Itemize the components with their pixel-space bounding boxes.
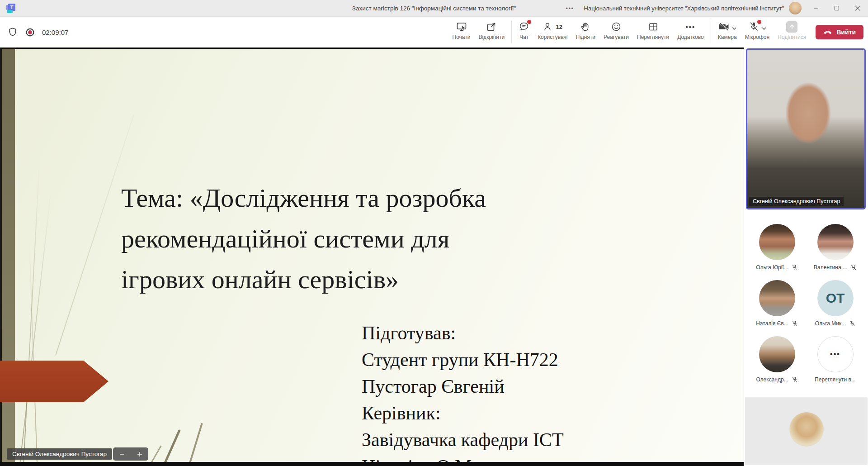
people-count: 12	[556, 24, 562, 30]
self-video-tile[interactable]	[745, 397, 868, 465]
mic-off-icon	[792, 264, 798, 271]
participants-grid: Ольга Юрії... Валентина ... Наталія Єв..…	[748, 224, 864, 383]
people-button[interactable]: 12 Користувачі	[533, 17, 571, 48]
wheat-decoration	[15, 190, 52, 466]
user-avatar[interactable]	[789, 2, 802, 14]
slide-title-line: Тема: «Дослідження та розробка	[121, 178, 486, 219]
slide-body-line: Завідувачка кафедри ІСТ	[362, 427, 564, 453]
slide-bottom-bar	[0, 462, 744, 466]
participant-tile[interactable]: Наталія Єв...	[748, 280, 806, 327]
wheat-decoration	[29, 242, 39, 466]
meeting-title: Захист магістрів 126 "Інформаційні систе…	[352, 5, 516, 12]
zoom-in-button[interactable]	[133, 448, 146, 460]
wheat-decoration	[142, 429, 181, 466]
share-content-label: Поділитися	[778, 34, 806, 40]
more-button[interactable]: ••• Додатково	[673, 17, 708, 48]
raise-hand-label: Підняти	[576, 34, 595, 40]
mic-alert-dot	[757, 20, 761, 24]
recording-indicator-icon	[25, 27, 35, 38]
share-arrow-icon	[786, 21, 797, 33]
slide-title-line: рекомендаційної системи для	[121, 219, 486, 259]
popout-icon	[486, 21, 497, 32]
participant-name: Наталія Єв...	[756, 320, 788, 327]
zoom-out-button[interactable]	[115, 448, 129, 460]
share-content-button[interactable]: Поділитися	[774, 17, 810, 48]
participant-avatar	[759, 224, 795, 260]
self-avatar	[789, 412, 824, 447]
share-screen-button[interactable]: Почати	[448, 17, 475, 48]
view-button[interactable]: Переглянути	[633, 17, 673, 48]
meeting-timer: 02:09:07	[42, 29, 68, 36]
mic-chevron-down-icon[interactable]	[762, 27, 766, 30]
toolbar-divider	[711, 21, 711, 43]
slide-red-arrow	[0, 361, 108, 402]
participant-tile[interactable]: Валентина ...	[806, 224, 864, 271]
screen-share-icon	[456, 21, 467, 32]
slide-top-bar	[0, 48, 744, 49]
participants-panel: Євгеній Олександрович Пустогар Ольга Юрі…	[744, 48, 868, 466]
mic-off-icon	[792, 320, 798, 327]
call-end-icon	[823, 28, 832, 37]
participant-tile[interactable]: Олександр...	[748, 336, 806, 383]
participant-avatar	[817, 224, 854, 260]
participant-name: Валентина ...	[814, 264, 847, 271]
chat-label: Чат	[519, 34, 528, 40]
active-speaker-name: Євгеній Олександрович Пустогар	[749, 197, 844, 206]
shared-slide-area: Тема: «Дослідження та розробка рекоменда…	[0, 48, 744, 466]
share-screen-label: Почати	[453, 34, 471, 40]
chat-notification-dot	[527, 20, 531, 24]
titlebar-overflow-icon[interactable]: •••	[566, 5, 574, 12]
slide-body-line: Пустогар Євгеній	[362, 373, 564, 400]
participant-avatar-initials: ОТ	[817, 280, 854, 316]
maximize-button[interactable]	[826, 0, 847, 16]
close-button[interactable]	[847, 0, 868, 16]
camera-chevron-down-icon[interactable]	[732, 27, 736, 30]
slide-body-line: Підготував:	[362, 320, 564, 347]
meeting-toolbar: 02:09:07 Почати	[0, 17, 868, 48]
mic-off-icon	[850, 264, 857, 271]
mic-off-icon	[792, 376, 798, 383]
mic-label: Мікрофон	[745, 34, 769, 40]
participant-name: Ольга Юрії...	[756, 264, 788, 271]
react-button[interactable]: Реагувати	[599, 17, 633, 48]
unpin-button[interactable]: Відкріпити	[474, 17, 509, 48]
camera-label: Камера	[718, 34, 737, 40]
participant-tile[interactable]: ОТ Ольга Мик...	[806, 280, 864, 327]
presenter-name-pill: Євгеній Олександрович Пустогар	[7, 448, 112, 460]
participant-tile[interactable]: Ольга Юрії...	[748, 224, 806, 271]
grid-view-icon	[648, 21, 659, 32]
teams-logo-icon: T	[6, 3, 16, 13]
people-label: Користувачі	[538, 34, 567, 40]
active-speaker-tile[interactable]: Євгеній Олександрович Пустогар	[746, 48, 866, 209]
mic-button[interactable]: Мікрофон	[741, 17, 774, 48]
participant-avatar	[759, 280, 795, 316]
teams-meeting-window: T Захист магістрів 126 "Інформаційні сис…	[0, 0, 868, 466]
view-label: Переглянути	[637, 34, 669, 40]
leave-button[interactable]: Вийти	[816, 25, 863, 39]
participant-name: Переглянути в...	[815, 376, 856, 383]
titlebar-right: ••• Національний технічний університет "…	[566, 0, 868, 16]
titlebar: T Захист магістрів 126 "Інформаційні сис…	[0, 0, 868, 17]
smiley-icon	[611, 21, 622, 32]
minimize-button[interactable]	[806, 0, 826, 16]
raise-hand-button[interactable]: Підняти	[571, 17, 599, 48]
toolbar-divider	[511, 21, 512, 43]
toolbar-left: 02:09:07	[0, 17, 68, 48]
slide-body: Підготував: Студент групи КН-Н722 Пустог…	[362, 320, 564, 466]
zoom-controls	[113, 447, 148, 461]
chat-button[interactable]: Чат	[514, 17, 533, 48]
shield-icon[interactable]	[7, 27, 18, 38]
toolbar-buttons: Почати Відкріпити	[448, 17, 868, 48]
participant-avatar	[759, 336, 795, 372]
more-label: Додатково	[677, 34, 704, 40]
participant-name: Ольга Мик...	[815, 320, 846, 327]
slide-body-line: Керівник:	[362, 400, 564, 427]
slide-body-line: Студент групи КН-Н722	[362, 347, 564, 373]
unpin-label: Відкріпити	[478, 34, 505, 40]
camera-off-icon	[718, 21, 730, 32]
people-icon	[543, 21, 554, 32]
participant-name: Олександр...	[756, 376, 788, 383]
camera-button[interactable]: Камера	[714, 17, 741, 48]
more-participants-tile[interactable]: ••• Переглянути в...	[806, 336, 864, 383]
wheat-decoration	[173, 423, 203, 466]
